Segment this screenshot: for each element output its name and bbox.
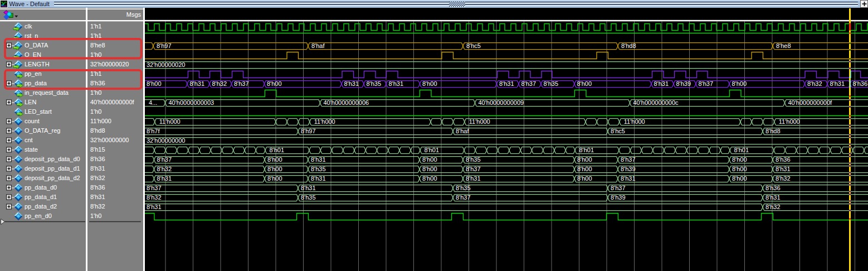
svg-text:8'h00: 8'h00 [732,156,747,163]
svg-text:8'h00: 8'h00 [732,166,747,172]
svg-text:8'h00: 8'h00 [732,80,747,87]
svg-text:8'h37: 8'h37 [157,156,172,163]
svg-text:8'h36: 8'h36 [90,156,105,162]
svg-text:8'hd8: 8'hd8 [621,42,636,49]
svg-text:8'h31: 8'h31 [301,185,316,191]
svg-text:count: count [25,118,40,124]
svg-text:8'he8: 8'he8 [90,42,105,49]
svg-text:8'h32: 8'h32 [147,194,162,201]
svg-text:8'h01: 8'h01 [425,147,440,153]
svg-text:11'h000: 11'h000 [159,118,181,125]
svg-text:8'h36: 8'h36 [90,80,105,86]
svg-text:8'h32: 8'h32 [776,175,791,182]
svg-text:LENGTH: LENGTH [25,61,50,67]
svg-text:8'h31: 8'h31 [190,80,205,87]
svg-text:8'h31: 8'h31 [157,175,172,182]
svg-text:8'h00: 8'h00 [267,166,282,172]
svg-text:8'h31: 8'h31 [621,175,636,182]
svg-text:8'h35: 8'h35 [456,185,471,191]
svg-text:8'h31: 8'h31 [311,156,326,163]
svg-text:pp_en: pp_en [25,70,42,77]
svg-text:O_EN: O_EN [25,51,41,58]
svg-text:8'h32: 8'h32 [807,80,822,87]
svg-text:40'h000000000c: 40'h000000000c [633,99,679,106]
svg-text:cnt: cnt [25,137,33,143]
svg-text:8'h39: 8'h39 [611,194,626,201]
svg-text:8'h39: 8'h39 [621,166,636,172]
svg-text:1'h1: 1'h1 [90,23,101,30]
svg-text:8'haf: 8'haf [311,42,325,49]
svg-text:deposit_pp_data_d2: deposit_pp_data_d2 [25,175,80,181]
svg-text:8'h32: 8'h32 [157,166,172,172]
svg-text:8'h31: 8'h31 [389,80,404,87]
svg-text:8'h01: 8'h01 [270,147,285,153]
svg-text:deposit_pp_data_d0: deposit_pp_data_d0 [25,156,80,162]
svg-text:8'h01: 8'h01 [734,147,749,153]
svg-text:32'h00000000: 32'h00000000 [90,137,129,143]
svg-text:clk: clk [25,23,32,30]
svg-text:8'h00: 8'h00 [422,166,437,172]
svg-text:8'hc5: 8'hc5 [466,42,481,49]
svg-text:8'h37: 8'h37 [456,194,471,201]
svg-text:32'h00000000: 32'h00000000 [147,137,185,144]
svg-text:8'h31: 8'h31 [344,80,359,87]
svg-text:8'h31: 8'h31 [499,80,514,87]
svg-text:8'h97: 8'h97 [301,128,316,134]
svg-text:8'h31: 8'h31 [776,166,791,172]
svg-text:8'h32: 8'h32 [90,203,105,210]
svg-text:1'h0: 1'h0 [90,51,101,58]
svg-text:8'h35: 8'h35 [466,156,481,163]
svg-text:11'h000: 11'h000 [469,118,490,125]
svg-text:deposit_pp_data_d1: deposit_pp_data_d1 [25,165,80,172]
svg-text:8'he8: 8'he8 [776,42,791,49]
svg-text:32'h00000020: 32'h00000020 [90,61,129,67]
svg-text:11'h000: 11'h000 [90,118,111,124]
svg-text:1'h1: 1'h1 [90,70,101,77]
svg-text:8'h31: 8'h31 [765,194,781,201]
svg-text:LEN: LEN [25,99,36,105]
svg-text:pp_data: pp_data [25,80,47,86]
svg-text:8'h00: 8'h00 [147,80,162,87]
svg-text:8'h31: 8'h31 [830,80,845,87]
svg-text:8'h35: 8'h35 [544,80,559,87]
svg-text:8'h00: 8'h00 [267,80,282,87]
svg-text:state: state [25,146,38,153]
svg-text:1'h0: 1'h0 [90,212,101,219]
svg-text:8'h00: 8'h00 [267,156,282,163]
svg-text:8'h37: 8'h37 [699,80,714,87]
svg-text:8'h00: 8'h00 [732,175,747,182]
svg-text:8'h35: 8'h35 [311,166,326,172]
svg-text:8'h15: 8'h15 [90,146,105,153]
svg-text:40'h0000000009: 40'h0000000009 [479,99,524,106]
svg-text:8'h36: 8'h36 [776,156,791,163]
svg-text:8'h37: 8'h37 [521,80,537,87]
svg-text:8'h00: 8'h00 [577,175,592,182]
svg-text:8'h00: 8'h00 [267,175,282,182]
svg-text:8'h00: 8'h00 [577,80,592,87]
svg-text:40'h0000000003: 40'h0000000003 [169,99,214,106]
svg-text:8'h39: 8'h39 [676,80,691,87]
svg-text:pp_data_d2: pp_data_d2 [25,203,57,210]
svg-text:8'h31: 8'h31 [147,204,162,210]
svg-text:8'h01: 8'h01 [579,147,594,153]
svg-text:8'h31: 8'h31 [90,165,105,172]
svg-text:8'h36: 8'h36 [853,80,868,87]
svg-text:8'h7f: 8'h7f [147,128,160,134]
svg-text:8'haf: 8'haf [456,128,469,134]
svg-text:8'h31: 8'h31 [466,175,481,182]
svg-text:Msgs: Msgs [126,11,142,18]
svg-text:8'h37: 8'h37 [621,156,636,163]
svg-text:40'h000000000f: 40'h000000000f [90,99,135,105]
svg-text:8'hd8: 8'hd8 [765,128,781,134]
svg-text:11'h000: 11'h000 [779,118,800,125]
svg-text:11'h000: 11'h000 [314,118,335,125]
svg-text:8'h37: 8'h37 [234,80,249,87]
svg-text:40'h000000000f: 40'h000000000f [788,99,833,106]
svg-text:pp_data_d1: pp_data_d1 [25,193,57,200]
svg-text:pp_en_d0: pp_en_d0 [25,212,52,219]
svg-text:8'h36: 8'h36 [765,185,781,191]
svg-text:8'h00: 8'h00 [577,156,592,163]
svg-text:40'h0000000006: 40'h0000000006 [324,99,369,106]
svg-text:8'h00: 8'h00 [577,166,592,172]
svg-text:32'h00000020: 32'h00000020 [147,61,185,68]
